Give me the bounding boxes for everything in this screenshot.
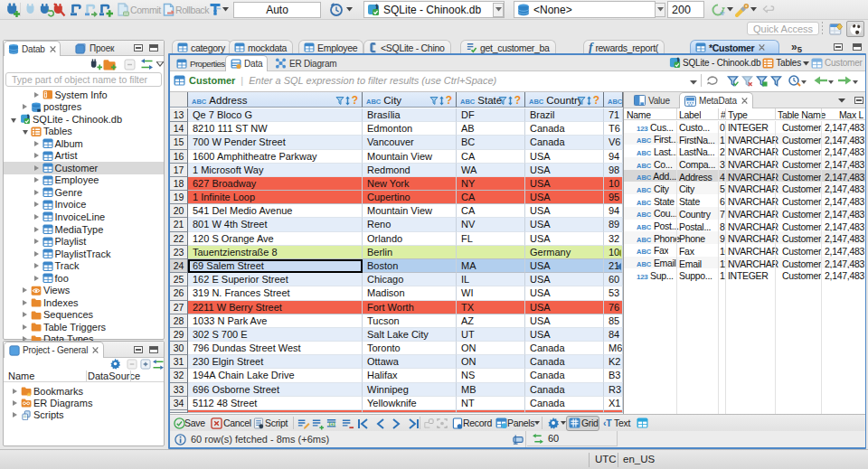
svg-text:(+): (+)	[329, 420, 335, 427]
